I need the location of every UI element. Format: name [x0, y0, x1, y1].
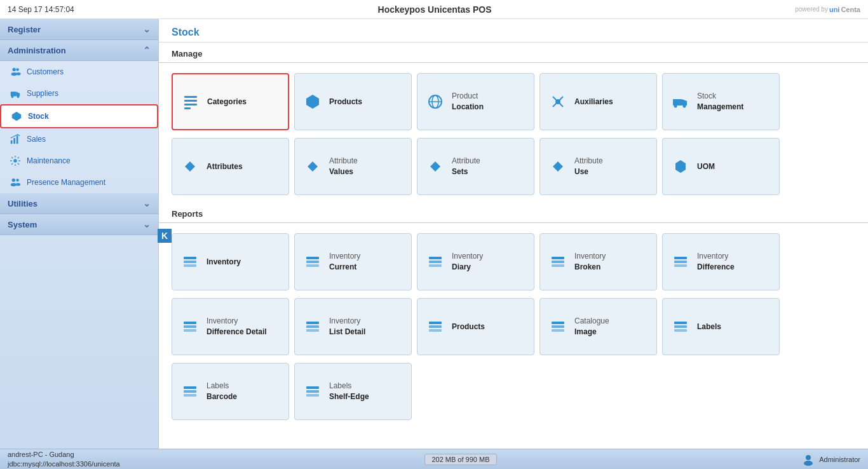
svg-point-30 [674, 105, 677, 108]
manage-tiles-row1: Categories Products [159, 68, 868, 138]
svg-rect-49 [674, 257, 687, 259]
svg-rect-10 [13, 138, 15, 144]
tile-inventory-current[interactable]: Inventory Current [294, 233, 412, 290]
section-title: Stock [159, 19, 868, 43]
stock-icon [10, 110, 23, 123]
tile-product-location[interactable]: Product Location [417, 73, 534, 130]
svg-rect-72 [306, 394, 319, 397]
svg-rect-44 [429, 261, 442, 263]
svg-rect-52 [184, 322, 196, 324]
brand-centa: Centa [841, 6, 860, 13]
tile-inventory-difference[interactable]: Inventory Difference [662, 233, 780, 290]
utilities-header[interactable]: Utilities ⌄ [0, 193, 158, 214]
products-report-icon [426, 318, 444, 335]
sidebar-item-sales[interactable]: Sales [0, 128, 158, 150]
inventory-diary-label: Inventory Diary [452, 251, 483, 273]
sidebar-item-presence[interactable]: Presence Management [0, 172, 158, 193]
manage-group: Manage Categories [159, 43, 868, 203]
administration-header[interactable]: Administration ⌃ [0, 40, 158, 61]
tile-products-report[interactable]: Products [417, 298, 534, 355]
svg-rect-51 [674, 264, 687, 267]
sidebar: Register ⌄ Administration ⌃ Customers [0, 19, 159, 449]
tile-categories[interactable]: Categories [172, 73, 289, 130]
svg-point-6 [11, 96, 14, 99]
register-chevron-icon: ⌄ [143, 24, 151, 34]
inventory-current-label: Inventory Current [329, 251, 360, 273]
svg-point-12 [13, 159, 17, 162]
admin-label: Administrator [819, 456, 860, 463]
sales-label: Sales [27, 135, 46, 144]
tile-attribute-sets[interactable]: Attribute Sets [417, 138, 534, 195]
svg-rect-43 [429, 257, 442, 259]
administration-chevron-icon: ⌃ [143, 45, 151, 55]
tile-stock-management[interactable]: Stock Management [662, 73, 780, 130]
svg-point-73 [806, 455, 811, 460]
svg-rect-58 [429, 322, 442, 324]
svg-rect-41 [306, 261, 319, 263]
labels-barcode-icon [181, 383, 199, 400]
svg-rect-56 [306, 325, 319, 328]
register-header[interactable]: Register ⌄ [0, 19, 158, 40]
attribute-use-label: Attribute Use [574, 156, 603, 177]
presence-icon [9, 176, 22, 189]
tile-products[interactable]: Products [294, 73, 412, 130]
tile-inventory-broken[interactable]: Inventory Broken [539, 233, 657, 290]
svg-rect-69 [184, 394, 196, 397]
footer-memory: 202 MB of 990 MB [424, 454, 496, 465]
svg-rect-54 [184, 329, 196, 332]
inv-list-detail-label: Inventory List Detail [329, 316, 365, 337]
svg-point-74 [804, 461, 813, 466]
svg-point-3 [16, 72, 20, 76]
tile-catalogue-image[interactable]: Catalogue Image [539, 298, 657, 355]
sidebar-item-customers[interactable]: Customers [0, 61, 158, 83]
tile-inv-list-detail[interactable]: Inventory List Detail [294, 298, 412, 355]
svg-marker-35 [553, 161, 563, 172]
svg-point-27 [556, 100, 560, 104]
inventory-broken-label: Inventory Broken [574, 251, 606, 273]
suppliers-label: Suppliers [27, 89, 58, 98]
svg-marker-21 [306, 95, 319, 109]
attribute-values-label: Attribute Values [329, 156, 358, 177]
tile-inventory[interactable]: Inventory [172, 233, 289, 290]
attribute-sets-icon [426, 160, 444, 173]
svg-rect-50 [674, 261, 687, 263]
inv-list-detail-icon [304, 318, 322, 335]
tile-labels[interactable]: Labels [662, 298, 780, 355]
svg-point-7 [17, 96, 20, 99]
labels-shelf-edge-icon [304, 383, 322, 400]
svg-rect-65 [674, 325, 687, 328]
brand-uni: uni [829, 6, 840, 13]
utilities-chevron-icon: ⌄ [143, 198, 151, 208]
tile-inv-diff-detail[interactable]: Inventory Difference Detail [172, 298, 289, 355]
svg-marker-33 [308, 161, 318, 172]
maintenance-label: Maintenance [27, 156, 71, 165]
tile-labels-shelf-edge[interactable]: Labels Shelf-Edge [294, 363, 412, 420]
products-icon [304, 93, 322, 111]
tile-attribute-values[interactable]: Attribute Values [294, 138, 412, 195]
tile-inventory-diary[interactable]: Inventory Diary [417, 233, 534, 290]
tile-labels-barcode[interactable]: Labels Barcode [172, 363, 289, 420]
tile-auxiliaries[interactable]: Auxiliaries [539, 73, 657, 130]
svg-rect-9 [11, 140, 13, 144]
svg-rect-57 [306, 329, 319, 332]
categories-label: Categories [207, 97, 247, 107]
footer-user-pc: andrest-PC - Gudang [8, 450, 120, 459]
attributes-icon [181, 160, 199, 173]
tile-attribute-use[interactable]: Attribute Use [539, 138, 657, 195]
tile-uom[interactable]: UOM [662, 138, 780, 195]
report-tiles-row1: Inventory Inventory Current [159, 228, 868, 298]
attributes-label: Attributes [207, 161, 243, 172]
footer-db: jdbc:mysql://localhost:3306/unicenta [8, 459, 120, 468]
sales-icon [9, 133, 22, 146]
inventory-difference-label: Inventory Difference [697, 251, 735, 273]
system-section: System ⌄ [0, 214, 158, 235]
customers-icon [9, 65, 22, 78]
products-label: Products [329, 97, 362, 107]
auxiliaries-icon [549, 93, 567, 111]
sidebar-item-maintenance[interactable]: Maintenance [0, 150, 158, 172]
footer: andrest-PC - Gudang jdbc:mysql://localho… [0, 449, 868, 469]
sidebar-item-suppliers[interactable]: Suppliers [0, 83, 158, 104]
tile-attributes[interactable]: Attributes [172, 138, 289, 195]
system-header[interactable]: System ⌄ [0, 214, 158, 235]
sidebar-item-stock[interactable]: Stock [0, 104, 158, 128]
